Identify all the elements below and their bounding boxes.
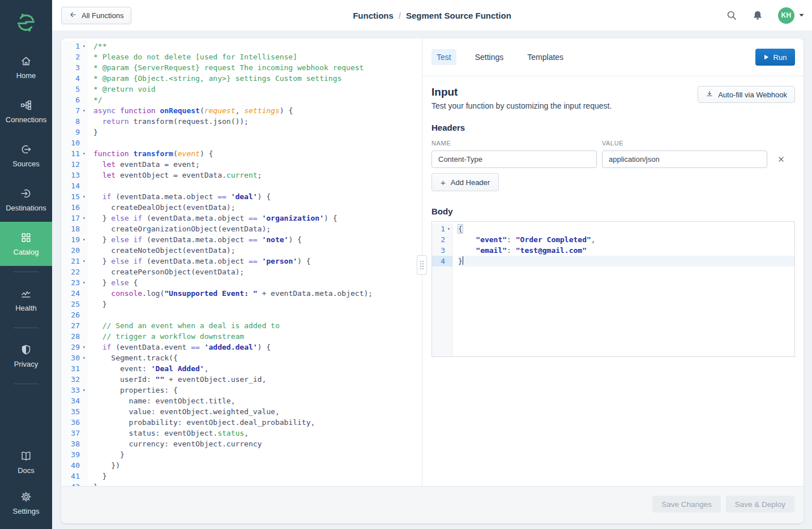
gutter-line: 24 — [61, 288, 88, 299]
code-line: properties: { — [93, 385, 422, 395]
download-icon — [706, 90, 713, 100]
gutter-line: 11▾ — [61, 148, 88, 159]
body-editor-content[interactable]: { "event": "Order Completed", "email": "… — [453, 223, 794, 356]
fold-arrow-icon[interactable]: ▾ — [80, 385, 88, 395]
gutter-line: 10 — [61, 137, 88, 148]
fold-arrow-icon[interactable]: ▾ — [80, 352, 88, 363]
gutter-line: 29▾ — [61, 342, 88, 352]
fold-arrow-icon[interactable]: ▾ — [80, 41, 88, 51]
code-line: createNoteObject(eventData); — [93, 245, 422, 256]
notifications-bell-icon[interactable] — [752, 9, 764, 21]
run-button-label: Run — [773, 53, 787, 62]
back-arrow-icon — [69, 11, 77, 20]
code-line: let eventData = event; — [93, 159, 422, 170]
sidebar-item-health[interactable]: Health — [0, 278, 52, 322]
breadcrumb-current: Segment Source Function — [406, 11, 511, 20]
gutter-line: 3 — [61, 62, 88, 73]
header-value-input[interactable] — [602, 150, 767, 168]
code-editor-content[interactable]: /*** Please do not delete [used for Inte… — [88, 41, 422, 486]
code-line: /** — [93, 41, 422, 51]
gutter-line: 16 — [61, 202, 88, 213]
sidebar-nav: HomeConnectionsSourcesDestinationsCatalo… — [0, 45, 52, 390]
fold-arrow-icon[interactable]: ▾ — [80, 105, 88, 116]
sidebar-item-sources[interactable]: Sources — [0, 134, 52, 178]
body-json-editor[interactable]: 1▾234 { "event": "Order Completed", "ema… — [432, 222, 794, 356]
splitter-drag-handle[interactable] — [417, 255, 427, 275]
source-code-editor[interactable]: 1▾234567▾891011▾12131415▾1617▾1819▾2021▾… — [61, 38, 422, 486]
chevron-down-icon[interactable] — [799, 14, 804, 17]
sidebar-divider — [14, 384, 39, 384]
save-and-deploy-button[interactable]: Save & Deploy — [726, 496, 794, 513]
code-line: } else if (eventData.meta.object == 'org… — [93, 213, 422, 223]
header-name-input[interactable] — [431, 150, 597, 168]
gutter-line: 5 — [61, 84, 88, 94]
sidebar-item-settings[interactable]: Settings — [0, 483, 52, 523]
fold-arrow-icon[interactable]: ▾ — [80, 256, 88, 266]
code-line: Segment.track({ — [93, 352, 422, 363]
user-menu[interactable]: KH — [778, 7, 804, 24]
tab-templates[interactable]: Templates — [522, 49, 569, 65]
privacy-icon — [20, 343, 32, 356]
search-icon[interactable] — [726, 9, 738, 21]
fold-arrow-icon[interactable]: ▾ — [80, 213, 88, 223]
remove-header-icon[interactable] — [777, 155, 787, 164]
gutter-line: 33▾ — [61, 385, 88, 395]
breadcrumb-separator: / — [399, 11, 401, 20]
name-column-label: NAME — [431, 140, 597, 147]
code-line: }) — [93, 460, 422, 471]
sidebar-item-home[interactable]: Home — [0, 45, 52, 89]
code-line: // Send an event when a deal is added to — [93, 320, 422, 331]
sidebar-item-label: Connections — [6, 115, 46, 124]
fold-arrow-icon[interactable]: ▾ — [80, 191, 88, 202]
breadcrumb-functions[interactable]: Functions — [353, 11, 394, 20]
save-changes-button[interactable]: Save Changes — [652, 496, 721, 513]
panel-splitter — [422, 38, 422, 486]
autofill-via-webhook-button[interactable]: Auto-fill via Webhook — [698, 86, 795, 103]
gutter-line: 17▾ — [61, 213, 88, 223]
body-editor-frame: 1▾234 { "event": "Order Completed", "ema… — [431, 221, 795, 357]
connections-icon — [20, 99, 32, 111]
code-line: probability: eventObject.deal_probabilit… — [93, 417, 422, 428]
gutter-line: 36 — [61, 417, 88, 428]
gutter-line: 35 — [61, 406, 88, 417]
settings-icon — [20, 491, 32, 503]
segment-logo[interactable] — [0, 0, 52, 45]
fold-arrow-icon[interactable]: ▾ — [445, 223, 452, 234]
fold-arrow-icon[interactable]: ▾ — [80, 234, 88, 245]
avatar[interactable]: KH — [778, 7, 794, 24]
sidebar-item-docs[interactable]: Docs — [0, 442, 52, 483]
code-line: createDealObject(eventData); — [93, 202, 422, 213]
tab-settings[interactable]: Settings — [470, 49, 509, 65]
add-header-button[interactable]: + Add Header — [431, 173, 499, 191]
code-line: return transform(request.json()); — [93, 116, 422, 127]
back-button-label: All Functions — [82, 11, 123, 20]
tab-test[interactable]: Test — [431, 49, 456, 65]
all-functions-back-button[interactable]: All Functions — [61, 7, 131, 24]
sidebar-item-catalog[interactable]: Catalog — [0, 222, 52, 266]
run-button[interactable]: Run — [755, 49, 795, 66]
home-icon — [20, 55, 32, 67]
fold-arrow-icon[interactable]: ▾ — [80, 277, 88, 288]
topbar: All Functions Functions / Segment Source… — [52, 0, 812, 31]
gutter-line: 1▾ — [432, 223, 452, 234]
fold-arrow-icon[interactable]: ▾ — [80, 342, 88, 352]
input-section-header: Input Test your function by customizing … — [431, 86, 795, 110]
code-line: "event": "Order Completed", — [458, 234, 794, 245]
code-line: userId: "" + eventObject.user_id, — [93, 374, 422, 385]
code-line: * Please do not delete [used for Intelli… — [93, 51, 422, 62]
sidebar-item-connections[interactable]: Connections — [0, 89, 52, 134]
header-column-labels: NAME VALUE — [431, 140, 795, 147]
gutter-line: 27 — [61, 320, 88, 331]
code-line: status: eventObject.status, — [93, 428, 422, 438]
fold-arrow-icon[interactable]: ▾ — [80, 148, 88, 159]
code-line: } else if (eventData.meta.object == 'not… — [93, 234, 422, 245]
code-line: } else if (eventData.meta.object == 'per… — [93, 256, 422, 266]
sidebar-item-privacy[interactable]: Privacy — [0, 334, 52, 378]
test-panel: TestSettingsTemplates Run Input Test you… — [422, 38, 804, 486]
gutter-line: 42 — [61, 481, 88, 486]
sidebar-item-label: Sources — [12, 160, 40, 168]
gutter-line: 30▾ — [61, 352, 88, 363]
sidebar: HomeConnectionsSourcesDestinationsCatalo… — [0, 0, 52, 529]
code-line: if (eventData.meta.object == 'deal') { — [93, 191, 422, 202]
sidebar-item-destinations[interactable]: Destinations — [0, 178, 52, 222]
